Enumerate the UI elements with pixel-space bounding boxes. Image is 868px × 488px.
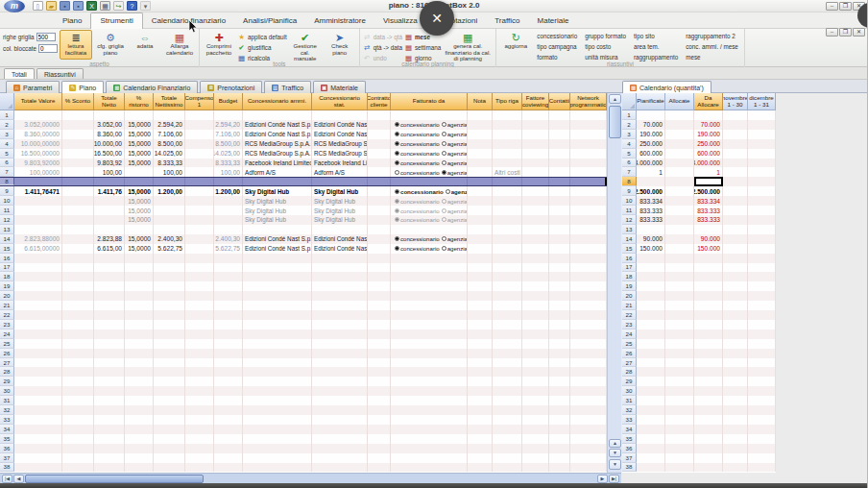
cell-ca-26[interactable] (243, 349, 312, 358)
calendar-cell-dic-33[interactable] (748, 415, 776, 425)
calendar-cell-nov-21[interactable] (723, 301, 748, 310)
cell-np-18[interactable] (570, 272, 607, 281)
row-header-17[interactable]: 17 (0, 263, 14, 273)
calendar-cell-dic-24[interactable] (748, 329, 776, 339)
grid-row-36[interactable]: 36 (0, 444, 607, 453)
cell-bu-30[interactable] (214, 386, 243, 396)
calendar-cell-da-34[interactable] (694, 425, 723, 434)
vertical-scrollbar[interactable]: ▲ ▲ ▼ ▼ (607, 93, 621, 473)
cell-cc-29[interactable] (368, 377, 391, 386)
cell-np-9[interactable] (570, 186, 607, 196)
ribbon-tab-materiale[interactable]: Materiale (529, 12, 578, 29)
calendar-cell-dic-5[interactable] (748, 149, 776, 159)
calendar-column-header-nov[interactable]: novembre 1 - 30 (723, 93, 748, 110)
calendar-cell-a-32[interactable] (665, 405, 694, 415)
cell-tr-28[interactable] (493, 367, 522, 377)
cell-no-13[interactable] (468, 225, 493, 234)
cell-np-21[interactable] (570, 301, 607, 310)
radio-agenzia[interactable] (442, 151, 446, 156)
cell-cont-37[interactable] (549, 453, 570, 463)
cell-tn-13[interactable] (94, 225, 125, 234)
cell-ca-5[interactable]: RCS MediaGroup S.p.A. (243, 149, 312, 159)
calendar-cell-da-17[interactable] (694, 263, 723, 273)
cell-sc-4[interactable] (62, 139, 94, 149)
cell-cc-20[interactable] (368, 291, 391, 301)
cell-cc-27[interactable] (368, 358, 391, 368)
calendar-cell-a-4[interactable] (665, 139, 694, 149)
cell-cont-30[interactable] (549, 386, 570, 396)
cell-co-32[interactable] (185, 405, 214, 415)
cell-cs-1[interactable] (312, 110, 368, 120)
grid-row-38[interactable]: 38 (0, 463, 607, 473)
cell-co-6[interactable] (185, 159, 214, 168)
cell-no-32[interactable] (468, 405, 493, 415)
cell-tns-5[interactable]: 14.025,00 (154, 149, 185, 159)
check-piano-button[interactable]: ➤Check piano (324, 30, 356, 60)
calendar-cell-a-17[interactable] (665, 263, 694, 273)
calendar-cell-a-7[interactable] (665, 167, 694, 177)
cell-ri-6[interactable]: 15,0000 (125, 159, 154, 168)
cell-co-38[interactable] (185, 463, 214, 473)
calendar-cell-dic-9[interactable] (748, 186, 776, 196)
comprimi-pacchetto-button[interactable]: ✚Comprimi pacchetto (203, 30, 235, 60)
cell-ri-31[interactable] (125, 396, 154, 405)
cell-no-8[interactable] (468, 178, 493, 185)
cell-no-12[interactable] (468, 215, 493, 225)
calendar-row-17[interactable]: 17 (622, 263, 776, 273)
row-header-12[interactable]: 12 (0, 215, 14, 225)
cell-np-17[interactable] (570, 263, 607, 273)
calendar-row-header-34[interactable]: 34 (622, 425, 637, 434)
cell-sc-23[interactable] (62, 320, 94, 329)
cell-cs-36[interactable] (312, 444, 368, 453)
cell-co-17[interactable] (185, 263, 214, 273)
cell-tns-26[interactable] (154, 349, 185, 358)
cell-sc-1[interactable] (62, 110, 94, 120)
calendar-cell-nov-2[interactable] (723, 120, 748, 130)
cell-fc-29[interactable] (522, 377, 549, 386)
cell-sc-35[interactable] (62, 434, 94, 444)
calendar-row-8[interactable]: 8 (622, 177, 776, 186)
calendar-cell-da-14[interactable]: 90.000 (694, 234, 723, 244)
cell-cs-4[interactable]: RCS MediaGroup S.p.A. (312, 139, 368, 149)
cell-co-11[interactable] (185, 206, 214, 215)
cell-bu-14[interactable]: 2.400,30 (214, 234, 243, 244)
calendar-cell-p-14[interactable]: 90.000 (637, 234, 665, 244)
calendar-row-header-3[interactable]: 3 (622, 130, 637, 139)
grid-row-16[interactable]: 16 (0, 254, 607, 263)
radio-concessionario[interactable] (395, 199, 399, 204)
cell-fc-14[interactable] (522, 234, 549, 244)
radio-concessionario[interactable] (395, 141, 399, 146)
scroll-down-button[interactable]: ▼ (609, 459, 621, 470)
cell-tns-18[interactable] (154, 272, 185, 281)
column-header-tr[interactable]: Tipo riga (493, 93, 522, 110)
cell-tns-9[interactable]: 1.200,00 (154, 186, 185, 196)
cell-cs-9[interactable]: Sky Digital Hub (312, 186, 368, 196)
calendar-column-header-p[interactable]: Pianificate (637, 93, 665, 110)
cell-ri-4[interactable]: 15,0000 (125, 139, 154, 149)
window-minimize-button[interactable]: – (826, 2, 838, 11)
vertical-scroll-thumb[interactable] (609, 106, 621, 138)
radio-agenzia[interactable] (442, 160, 446, 165)
calendar-cell-nov-26[interactable] (723, 349, 748, 358)
cell-co-24[interactable] (185, 329, 214, 339)
cell-ri-36[interactable] (125, 444, 154, 453)
row-header-37[interactable]: 37 (0, 453, 14, 463)
cell-tns-16[interactable] (154, 254, 185, 263)
calendar-cell-da-1[interactable] (694, 110, 723, 120)
calendar-cell-a-28[interactable] (665, 367, 694, 377)
cell-np-2[interactable] (570, 120, 607, 130)
cell-bu-4[interactable]: 8.500,00 (214, 139, 243, 149)
cell-fa-18[interactable] (391, 272, 468, 281)
cell-tv-31[interactable] (14, 396, 62, 405)
cell-tv-30[interactable] (14, 386, 62, 396)
tab-calendario-finanziario[interactable]: ▦Calendario Finanziario (106, 81, 198, 93)
cell-bu-6[interactable]: 8.333,33 (214, 159, 243, 168)
calendar-cell-nov-35[interactable] (723, 434, 748, 444)
cell-no-20[interactable] (468, 291, 493, 301)
cell-cs-8[interactable] (312, 178, 368, 185)
cell-bu-17[interactable] (214, 263, 243, 273)
calendar-cell-da-31[interactable] (694, 396, 723, 405)
calendar-cell-a-1[interactable] (665, 110, 694, 120)
row-header-36[interactable]: 36 (0, 444, 14, 453)
calendar-cell-nov-12[interactable] (723, 215, 748, 225)
